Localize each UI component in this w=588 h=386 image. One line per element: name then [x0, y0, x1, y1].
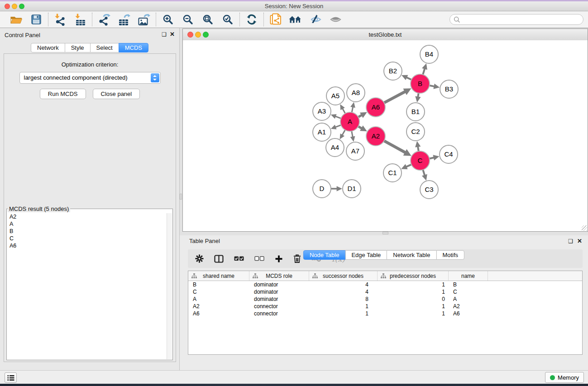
delete-column-button[interactable] — [293, 253, 301, 264]
graph-node-C4[interactable]: C4 — [440, 145, 458, 163]
graph-node-B2[interactable]: B2 — [384, 62, 402, 80]
result-item[interactable]: B — [7, 228, 166, 235]
tab-mcds[interactable]: MCDS — [119, 43, 148, 52]
refresh-layout-button[interactable] — [244, 13, 259, 26]
network-close-button[interactable] — [187, 32, 193, 38]
tab-network-table[interactable]: Network Table — [387, 250, 436, 260]
graph-node-C1[interactable]: C1 — [383, 164, 402, 182]
tab-node-table[interactable]: Node Table — [303, 250, 346, 260]
search-box[interactable] — [449, 14, 583, 25]
zoom-out-icon — [182, 14, 193, 25]
graph-node-D[interactable]: D — [313, 180, 331, 198]
criterion-select[interactable]: largest connected component (directed) — [19, 72, 161, 84]
save-session-button[interactable] — [29, 13, 44, 26]
graph-node-C[interactable]: C — [411, 151, 430, 170]
svg-text:A6: A6 — [372, 103, 380, 111]
result-item[interactable]: A6 — [7, 242, 166, 249]
memory-button[interactable]: Memory — [545, 372, 584, 383]
tab-network[interactable]: Network — [31, 43, 65, 52]
close-panel-button[interactable]: Close panel — [93, 89, 140, 99]
graph-node-A8[interactable]: A8 — [347, 84, 365, 102]
graph-node-A[interactable]: A — [340, 112, 359, 131]
close-panel-icon[interactable]: ✕ — [577, 238, 582, 244]
network-minimize-button[interactable] — [195, 32, 201, 38]
graph-node-A5[interactable]: A5 — [326, 87, 344, 105]
close-panel-icon[interactable]: ✕ — [170, 31, 175, 38]
graph-node-A6[interactable]: A6 — [366, 98, 385, 117]
show-panel-button[interactable] — [328, 13, 343, 26]
window-titlebar: Session: New Session — [0, 1, 588, 11]
window-title: Session: New Session — [0, 1, 588, 11]
network-file-button[interactable] — [268, 13, 283, 26]
column-header-label: shared name — [203, 273, 234, 279]
criterion-selected-value: largest connected component (directed) — [24, 74, 128, 81]
zoom-fit-button[interactable] — [200, 13, 215, 26]
graph-node-B3[interactable]: B3 — [440, 80, 458, 98]
export-network-button[interactable] — [96, 13, 112, 26]
mcds-result-list[interactable]: A2ABCA6 — [7, 213, 166, 359]
graph-node-B1[interactable]: B1 — [406, 103, 425, 121]
graph-node-C3[interactable]: C3 — [420, 181, 438, 199]
desktop-wallpaper-bottom — [0, 384, 588, 386]
graph-node-B4[interactable]: B4 — [420, 45, 438, 63]
import-network-button[interactable] — [53, 13, 68, 26]
tab-motifs[interactable]: Motifs — [436, 250, 464, 260]
resize-grip-icon[interactable] — [582, 225, 587, 231]
result-item[interactable]: C — [7, 235, 166, 242]
hide-panel-button[interactable] — [308, 13, 323, 26]
create-column-button[interactable] — [275, 253, 283, 264]
select-stepper-icon — [151, 73, 159, 82]
home-button[interactable] — [288, 13, 303, 26]
minimize-window-button[interactable] — [12, 4, 17, 9]
search-input[interactable] — [460, 16, 575, 24]
network-canvas[interactable]: B4B2BB3A8A5A6A3B1AA1C2A2A4A7C4CC1DD1C3 — [183, 40, 588, 231]
close-window-button[interactable] — [5, 4, 10, 9]
float-panel-icon[interactable]: ❑ — [162, 31, 167, 38]
result-list-scrollbar[interactable] — [167, 213, 172, 359]
import-table-button[interactable] — [72, 13, 88, 26]
split-divider-handle[interactable] — [382, 232, 388, 234]
svg-text:C: C — [418, 157, 423, 164]
export-image-button[interactable] — [136, 13, 152, 26]
split-divider-handle[interactable] — [180, 194, 182, 200]
svg-text:B3: B3 — [445, 85, 453, 93]
tab-edge-table[interactable]: Edge Table — [345, 250, 387, 260]
select-all-columns-button[interactable] — [234, 253, 244, 264]
split-table-button[interactable] — [214, 253, 224, 264]
svg-text:C3: C3 — [425, 186, 433, 193]
svg-text:B1: B1 — [411, 108, 420, 115]
svg-text:A2: A2 — [372, 132, 380, 140]
graph-node-A4[interactable]: A4 — [326, 138, 344, 157]
table-settings-button[interactable] — [195, 253, 204, 264]
export-table-button[interactable] — [116, 13, 132, 26]
table-cell: A — [188, 295, 249, 303]
zoom-in-button[interactable] — [160, 13, 176, 26]
graph-node-B[interactable]: B — [411, 74, 430, 93]
open-session-button[interactable] — [9, 13, 24, 26]
zoom-out-button[interactable] — [180, 13, 196, 26]
graph-node-A1[interactable]: A1 — [313, 123, 331, 141]
result-item[interactable]: A2 — [7, 213, 166, 220]
run-mcds-button[interactable]: Run MCDS — [40, 89, 86, 99]
tab-style[interactable]: Style — [65, 43, 91, 52]
graph-node-D1[interactable]: D1 — [343, 180, 361, 198]
graph-node-A7[interactable]: A7 — [346, 142, 364, 160]
graph-node-A2[interactable]: A2 — [366, 127, 385, 146]
network-window-titlebar: testGlobe.txt — [183, 29, 588, 41]
tab-select[interactable]: Select — [90, 43, 119, 52]
svg-text:A8: A8 — [352, 89, 360, 96]
zoom-selected-button[interactable] — [220, 13, 235, 26]
result-item[interactable]: A — [7, 220, 166, 228]
network-zoom-button[interactable] — [203, 32, 209, 38]
float-panel-icon[interactable]: ❑ — [568, 238, 573, 244]
column-header-MCDS-role[interactable]: MCDS role — [249, 271, 309, 281]
zoom-window-button[interactable] — [19, 4, 24, 9]
import-table-icon — [74, 14, 86, 26]
unselect-all-columns-button[interactable] — [254, 253, 264, 264]
hide-eye-icon — [310, 14, 322, 24]
graph-node-A3[interactable]: A3 — [313, 102, 331, 120]
graph-node-C2[interactable]: C2 — [406, 123, 425, 141]
show-panels-button[interactable] — [5, 372, 17, 383]
column-header-shared-name[interactable]: shared name — [188, 271, 249, 281]
zoom-selected-icon — [222, 14, 233, 25]
